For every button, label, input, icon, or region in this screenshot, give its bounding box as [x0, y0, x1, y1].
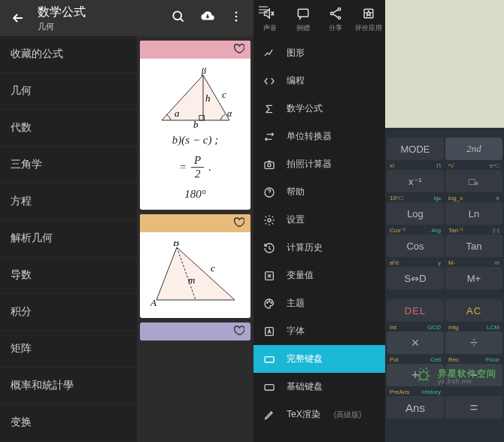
var-icon	[263, 270, 276, 282]
menu-item-history[interactable]: 计算历史	[254, 234, 385, 262]
formula-card[interactable]: β h c α a b b)(s − c) ; = P 2	[140, 41, 250, 210]
drawer-menu: 图形编程数学公式单位转换器拍照计算器帮助设置计算历史变量值主题字体完整键盘基础键…	[254, 36, 385, 428]
watermark: 异星软件空间 yx.bsh.me	[414, 365, 496, 388]
category-item[interactable]: 积分	[0, 294, 137, 331]
gear-icon	[263, 214, 276, 226]
svg-rect-34	[265, 384, 274, 389]
menu-item-sigma[interactable]: 数学公式	[254, 95, 385, 123]
svg-point-31	[271, 302, 272, 303]
drawer-header-chat[interactable]: 捐赠	[287, 6, 320, 33]
left-app-screen: 数学公式 几何 β	[0, 0, 254, 442]
calc-key[interactable]: DEL	[387, 299, 444, 322]
category-drawer: 收藏的公式几何代数三角学方程解析几何导数积分矩阵概率和統計學变换单位换算心算收藏…	[0, 36, 137, 442]
category-item[interactable]: 概率和統計學	[0, 368, 137, 404]
help-icon	[263, 186, 276, 198]
menu-item-camera[interactable]: 拍照计算器	[254, 150, 385, 178]
category-item[interactable]: 方程	[0, 183, 137, 220]
menu-item-var[interactable]: 变量值	[254, 262, 385, 289]
calc-key[interactable]: MODE	[387, 138, 444, 160]
formula-content: β h c α a b b)(s − c) ; = P 2	[137, 36, 254, 442]
calc-key[interactable]: AC	[445, 299, 502, 322]
camera-icon	[263, 159, 276, 171]
svg-rect-19	[298, 9, 308, 17]
chart-icon	[263, 47, 276, 59]
calc-key[interactable]: Cos	[387, 235, 444, 257]
calc-key[interactable]: S⇔D	[387, 267, 444, 289]
palette-icon	[263, 298, 276, 310]
calc-key[interactable]: ×	[387, 332, 444, 354]
svg-point-29	[267, 302, 268, 303]
convert-icon	[263, 131, 276, 143]
favorite-icon[interactable]	[232, 324, 244, 339]
svg-marker-13	[156, 247, 235, 300]
menu-item-gear[interactable]: 设置	[254, 206, 385, 234]
calc-key[interactable]: M+	[445, 267, 502, 289]
calc-key[interactable]: Log	[387, 202, 444, 225]
left-header: 数学公式 几何	[0, 0, 254, 36]
drawer-header: 声音捐赠分享评价应用	[254, 0, 385, 36]
calc-key[interactable]: Ln	[445, 202, 502, 225]
menu-item-help[interactable]: 帮助	[254, 178, 385, 206]
svg-text:c: c	[222, 89, 226, 100]
menu-item-font[interactable]: 字体	[254, 317, 385, 345]
keyboard-icon	[263, 353, 276, 365]
svg-point-1	[235, 11, 238, 14]
category-item[interactable]: 矩阵	[0, 331, 137, 368]
category-item[interactable]: 解析几何	[0, 220, 137, 257]
menu-item-keyboard[interactable]: 基础键盘	[254, 373, 385, 401]
svg-text:b: b	[193, 119, 199, 128]
category-item[interactable]: 变换	[0, 404, 137, 441]
svg-text:m: m	[188, 274, 195, 286]
calc-key[interactable]: x⁻¹	[387, 170, 444, 192]
svg-point-20	[339, 8, 341, 11]
svg-point-2	[235, 16, 238, 18]
svg-point-0	[173, 11, 181, 20]
favorite-icon[interactable]	[232, 216, 244, 231]
formula-card[interactable]: B c m A	[140, 214, 250, 318]
header-subtitle: 几何	[38, 21, 171, 32]
calc-key[interactable]: Ans	[387, 396, 444, 419]
favorite-icon[interactable]	[232, 42, 244, 57]
svg-text:A: A	[150, 297, 156, 308]
svg-point-35	[420, 372, 428, 380]
calc-key[interactable]: Tan	[445, 235, 502, 257]
code-icon	[263, 75, 276, 87]
category-item[interactable]: 收藏的公式	[0, 36, 137, 73]
edit-icon	[263, 409, 276, 421]
bug-icon	[414, 365, 433, 388]
menu-item-keyboard[interactable]: 完整键盘	[254, 345, 385, 373]
formula-card[interactable]	[140, 322, 250, 341]
svg-rect-33	[265, 356, 274, 362]
hamburger-icon[interactable]	[257, 4, 269, 19]
calc-key[interactable]: ÷	[445, 332, 502, 354]
category-item[interactable]: 导数	[0, 257, 137, 294]
navigation-drawer: 声音捐赠分享评价应用 图形编程数学公式单位转换器拍照计算器帮助设置计算历史变量值…	[254, 0, 385, 442]
calc-key[interactable]: 2nd	[445, 138, 502, 160]
menu-item-code[interactable]: 编程	[254, 67, 385, 95]
more-icon[interactable]	[229, 10, 243, 26]
svg-point-3	[235, 20, 238, 22]
calc-key[interactable]: □ₐ	[445, 170, 502, 192]
svg-point-25	[268, 163, 271, 166]
category-item[interactable]: 三角学	[0, 147, 137, 183]
search-icon[interactable]	[171, 9, 186, 27]
drawer-header-share[interactable]: 分享	[320, 6, 353, 33]
calc-display	[385, 0, 504, 128]
cloud-download-icon[interactable]	[199, 8, 216, 28]
svg-text:α: α	[227, 108, 232, 119]
calc-key[interactable]: =	[445, 396, 502, 419]
header-title: 数学公式	[38, 5, 171, 20]
drawer-header-star[interactable]: 评价应用	[352, 6, 385, 33]
category-item[interactable]: 几何	[0, 73, 137, 110]
svg-text:β: β	[201, 68, 206, 76]
menu-item-convert[interactable]: 单位转换器	[254, 123, 385, 150]
category-item[interactable]: 代数	[0, 110, 137, 147]
svg-point-22	[339, 17, 341, 19]
menu-item-chart[interactable]: 图形	[254, 39, 385, 67]
svg-point-27	[268, 219, 271, 222]
back-button[interactable]	[8, 11, 29, 26]
menu-item-palette[interactable]: 主题	[254, 289, 385, 317]
menu-item-edit[interactable]: TeX渲染(高级版)	[254, 401, 385, 428]
svg-point-30	[269, 301, 269, 301]
sigma-icon	[263, 103, 276, 115]
